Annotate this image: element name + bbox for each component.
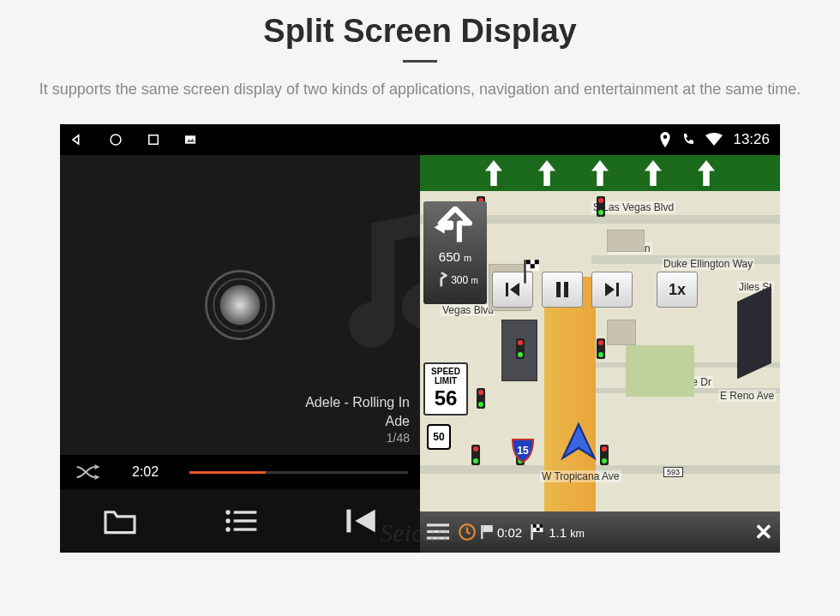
music-area: Adele - Rolling In Ade 1/48 2:02 (60, 155, 420, 553)
mini-flag-icon (531, 524, 544, 540)
traffic-light-icon (477, 388, 485, 409)
svg-point-6 (220, 285, 261, 326)
title-underline (403, 60, 437, 63)
play-button[interactable] (201, 266, 279, 344)
progress-track[interactable] (189, 471, 408, 474)
svg-rect-24 (506, 283, 508, 296)
folder-icon[interactable] (102, 506, 138, 535)
next-turn: 300 m (432, 272, 478, 288)
clock-dest-icon (458, 523, 477, 541)
svg-rect-31 (524, 260, 526, 284)
page-subtitle: It supports the same screen display of t… (34, 78, 806, 100)
location-icon (659, 132, 671, 147)
close-button[interactable]: ✕ (754, 519, 773, 546)
svg-marker-7 (95, 464, 100, 469)
highway-shield: 50 (427, 424, 451, 450)
picture-icon[interactable] (183, 133, 197, 147)
mini-flag-icon (481, 525, 493, 539)
svg-rect-26 (556, 282, 561, 297)
svg-rect-37 (427, 530, 449, 533)
lane-arrow-icon (591, 159, 609, 187)
svg-point-11 (225, 518, 230, 523)
svg-rect-27 (564, 282, 568, 297)
svg-marker-16 (355, 510, 375, 533)
svg-point-13 (225, 527, 230, 531)
svg-rect-38 (427, 537, 449, 540)
svg-rect-46 (537, 528, 540, 531)
lane-arrow-icon (698, 159, 715, 187)
svg-rect-42 (531, 524, 533, 540)
street-label: W Tropicana Ave (540, 470, 621, 482)
turn-instruction[interactable]: 650 m 300 m (423, 201, 487, 304)
playlist-icon[interactable] (223, 508, 259, 534)
traffic-light-icon (516, 338, 525, 359)
exit-label: 593 (663, 467, 683, 477)
traffic-light-icon (600, 445, 609, 465)
svg-rect-29 (616, 283, 619, 296)
nav-panel: 13:26 S Las Vegas Blvd Koval Ln Duke El (420, 124, 780, 553)
home-icon[interactable] (108, 132, 123, 147)
svg-rect-10 (234, 511, 257, 513)
svg-rect-40 (481, 525, 483, 539)
interstate-shield: 15 (511, 438, 535, 463)
track-artist: Ade (305, 412, 410, 431)
turn-distance: 650 m (439, 249, 471, 264)
wifi-icon (705, 133, 723, 147)
street-label: Duke Ellington Way (662, 258, 754, 270)
svg-rect-15 (346, 510, 351, 533)
map-building (737, 286, 771, 380)
progress-fill (189, 471, 266, 474)
lane-arrow-icon (645, 159, 662, 187)
street-label: Vegas Blvd (441, 304, 495, 316)
svg-rect-14 (234, 528, 257, 530)
dist-to-dest: 1.1 km (531, 524, 585, 540)
svg-rect-44 (533, 524, 537, 528)
svg-marker-18 (485, 160, 502, 186)
traffic-light-icon (597, 196, 605, 217)
svg-rect-33 (526, 260, 531, 264)
lane-arrow-icon (485, 159, 502, 187)
recent-icon[interactable] (146, 132, 161, 147)
music-bottom-bar (60, 489, 420, 553)
shuffle-icon[interactable] (75, 462, 101, 482)
time-to-dest: 0:02 (458, 523, 522, 541)
svg-rect-2 (185, 135, 195, 143)
prev-track-icon[interactable] (344, 506, 378, 535)
track-meta: Adele - Rolling In Ade 1/48 (305, 393, 410, 446)
device-screen: Adele - Rolling In Ade 1/48 2:02 (60, 124, 780, 553)
svg-rect-1 (149, 135, 159, 145)
status-bar: 13:26 (420, 124, 780, 155)
track-title: Adele - Rolling In (305, 393, 410, 412)
map-speed-button[interactable]: 1x (657, 272, 698, 308)
svg-marker-22 (698, 160, 715, 186)
svg-point-17 (663, 135, 668, 139)
android-navbar (60, 124, 420, 155)
lane-arrow-icon (538, 159, 555, 187)
music-panel: Adele - Rolling In Ade 1/48 2:02 (60, 124, 420, 553)
map-pause-button[interactable] (542, 272, 583, 308)
svg-marker-30 (563, 424, 595, 458)
nav-bottom-bar: 0:02 1.1 km ✕ (420, 511, 780, 553)
destination-flag-icon (523, 260, 540, 284)
svg-marker-28 (605, 283, 615, 296)
svg-marker-19 (538, 160, 555, 186)
phone-icon (681, 133, 695, 147)
track-index: 1/48 (305, 430, 410, 446)
map-next-button[interactable] (591, 272, 633, 308)
map[interactable]: S Las Vegas Blvd Koval Ln Duke Ellington… (420, 191, 780, 511)
page-title: Split Screen Display (0, 13, 840, 50)
lane-guidance (420, 155, 780, 191)
svg-rect-36 (427, 523, 449, 526)
menu-icon[interactable] (427, 523, 449, 541)
speed-limit-sign: SPEED LIMIT 56 (423, 362, 468, 416)
traffic-light-icon (597, 338, 605, 359)
svg-marker-21 (645, 160, 662, 186)
traffic-light-icon (471, 445, 480, 465)
map-park (626, 345, 694, 397)
album-art: Adele - Rolling In Ade 1/48 (60, 155, 420, 455)
back-icon[interactable] (69, 131, 86, 148)
svg-rect-35 (531, 264, 535, 268)
svg-marker-20 (591, 160, 609, 186)
svg-rect-41 (483, 525, 492, 532)
current-position-icon (559, 422, 598, 462)
